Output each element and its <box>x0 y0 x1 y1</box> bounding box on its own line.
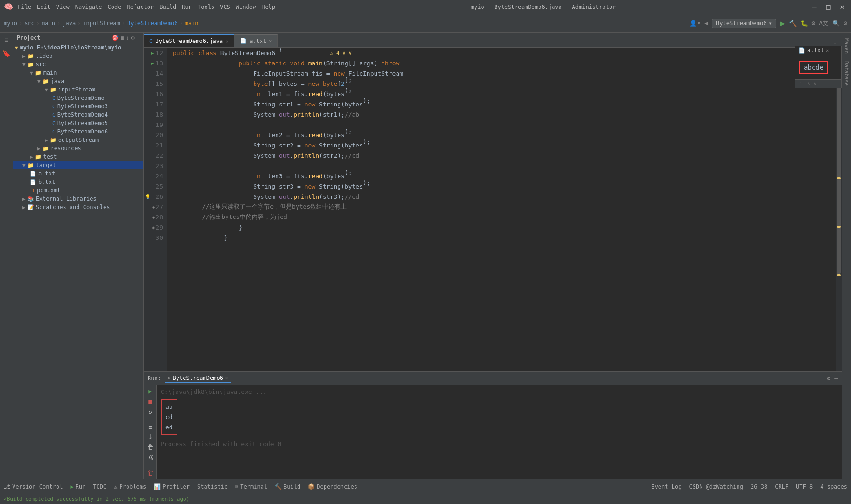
tree-item-target[interactable]: ▼ 📁 target <box>13 161 143 169</box>
breadcrumb-inputstream[interactable]: inputStream <box>83 20 120 27</box>
run-clear-button[interactable]: 🗑 <box>146 443 155 451</box>
minimize-button[interactable]: — <box>809 2 820 11</box>
run-settings-icon[interactable]: ⚙ <box>827 375 830 382</box>
tree-item-bytestreamdemo4[interactable]: C ByteStreamDemo4 <box>13 111 143 119</box>
status-encoding[interactable]: UTF-8 <box>796 483 813 490</box>
status-run[interactable]: ▶ Run <box>70 483 85 490</box>
run-delete-button[interactable]: 🗑 <box>146 469 155 477</box>
menu-window[interactable]: Window <box>234 4 258 10</box>
run-rerun-button[interactable]: ↻ <box>146 407 155 416</box>
tab-atxt[interactable]: 📄 a.txt ✕ <box>234 34 278 47</box>
code-content[interactable]: public class ByteStreamDemo6 { ⚠ 4 ∧ ∨ p… <box>167 48 836 371</box>
tree-item-main[interactable]: ▼ 📁 main <box>13 69 143 77</box>
run-play-button[interactable]: ▶ <box>146 387 155 395</box>
vertical-scrollbar[interactable] <box>836 48 842 371</box>
run-stop-button[interactable]: ■ <box>146 397 155 406</box>
close-button[interactable]: ✕ <box>837 2 847 11</box>
structure-button[interactable]: ≡ <box>1 35 12 45</box>
bookmarks-button[interactable]: 🔖 <box>1 49 12 59</box>
sidebar-minimize-icon[interactable]: — <box>136 35 140 41</box>
status-line-col[interactable]: 26:38 <box>751 483 767 490</box>
database-tab[interactable]: Database <box>843 57 851 90</box>
tree-item-myio[interactable]: ▼ myio E:\ideaFile\ioStream\myio <box>13 43 143 52</box>
breadcrumb-method[interactable]: main <box>185 20 199 27</box>
tree-item-src[interactable]: ▼ 📁 src <box>13 60 143 69</box>
build-icon[interactable]: 🔨 <box>789 20 797 27</box>
breadcrumb-myio[interactable]: myio <box>4 20 17 27</box>
translate-icon[interactable]: A文 <box>819 19 829 28</box>
maven-tab[interactable]: Maven <box>843 35 851 57</box>
profile-icon[interactable]: 👤▾ <box>689 20 701 27</box>
run-line-icon[interactable]: ▶ <box>151 61 154 66</box>
sidebar-collapse-icon[interactable]: ≣ <box>121 35 124 41</box>
status-problems[interactable]: ⚠ Problems <box>114 483 146 490</box>
menu-run[interactable]: Run <box>180 4 194 10</box>
settings-icon[interactable]: ⚙ <box>844 20 847 27</box>
menu-build[interactable]: Build <box>157 4 178 10</box>
menu-edit[interactable]: Edit <box>35 4 52 10</box>
tree-item-bytestreamdemo3[interactable]: C ByteStreamDemo3 <box>13 102 143 111</box>
more-options-icon[interactable]: ⚙ <box>812 20 816 27</box>
tab-close-icon[interactable]: ✕ <box>226 39 228 44</box>
search-icon[interactable]: 🔍 <box>832 20 840 27</box>
breadcrumb-src[interactable]: src <box>24 20 35 27</box>
status-todo[interactable]: TODO <box>93 483 106 490</box>
run-config-selector[interactable]: ByteStreamDemo6 ▾ <box>712 19 776 28</box>
atxt-close-icon[interactable]: ✕ <box>826 48 829 53</box>
tree-item-btxt[interactable]: 📄 b.txt <box>13 178 143 186</box>
tree-item-idea[interactable]: ▶ 📁 .idea <box>13 52 143 60</box>
atxt-down-icon[interactable]: ∨ <box>814 81 817 87</box>
run-tab-close[interactable]: ✕ <box>225 375 228 380</box>
status-profiler[interactable]: 📊 Profiler <box>154 483 190 490</box>
run-minimize-icon[interactable]: — <box>834 375 838 382</box>
status-terminal[interactable]: ⌨ Terminal <box>235 483 267 490</box>
tree-item-resources[interactable]: ▶ 📁 resources <box>13 144 143 153</box>
breadcrumb-java[interactable]: java <box>62 20 76 27</box>
status-version-control[interactable]: ⎇ Version Control <box>4 483 63 490</box>
run-wrap-button[interactable]: ≡ <box>146 423 155 431</box>
tree-item-pomxml[interactable]: 🗒 pom.xml <box>13 186 143 195</box>
menu-navigate[interactable]: Navigate <box>73 4 104 10</box>
tree-item-java[interactable]: ▼ 📁 java <box>13 77 143 85</box>
sidebar-sort-icon[interactable]: ↕ <box>126 35 129 41</box>
statistic-label: Statistic <box>197 483 227 490</box>
tree-item-scratches[interactable]: ▶ 📝 Scratches and Consoles <box>13 203 143 211</box>
run-print-button[interactable]: 🖨 <box>146 453 155 462</box>
tree-item-atxt[interactable]: 📄 a.txt <box>13 169 143 178</box>
tree-item-test[interactable]: ▶ 📁 test <box>13 153 143 161</box>
menu-view[interactable]: View <box>54 4 71 10</box>
tab-close-atxt-icon[interactable]: ✕ <box>269 38 272 43</box>
status-user[interactable]: CSDN @dzWatching <box>689 483 743 490</box>
status-event-log[interactable]: Event Log <box>651 483 681 490</box>
tree-item-inputstream[interactable]: ▼ 📁 inputStream <box>13 85 143 94</box>
tab-bytestreamdemo6[interactable]: C ByteStreamDemo6.java ✕ <box>144 34 234 47</box>
status-indent[interactable]: 4 spaces <box>820 483 847 490</box>
run-tab-bytestreamdemo6[interactable]: ▶ ByteStreamDemo6 ✕ <box>165 374 231 383</box>
debug-icon[interactable]: 🐛 <box>801 20 808 27</box>
run-scroll-button[interactable]: ⤓ <box>146 433 155 441</box>
run-button[interactable]: ▶ <box>780 18 785 28</box>
menu-refactor[interactable]: Refactor <box>125 4 156 10</box>
maximize-button[interactable]: □ <box>823 2 834 11</box>
tree-item-outputstream[interactable]: ▶ 📁 outputStream <box>13 136 143 144</box>
breadcrumb-class[interactable]: ByteStreamDemo6 <box>127 20 177 27</box>
breadcrumb-main[interactable]: main <box>42 20 55 27</box>
sidebar-settings-icon[interactable]: ⚙ <box>131 35 135 41</box>
menu-help[interactable]: Help <box>260 4 277 10</box>
menu-vcs[interactable]: VCS <box>218 4 232 10</box>
status-statistic[interactable]: Statistic <box>197 483 227 490</box>
menu-tools[interactable]: Tools <box>196 4 216 10</box>
run-line-icon[interactable]: ▶ <box>151 50 154 56</box>
menu-code[interactable]: Code <box>106 4 123 10</box>
tree-item-bytestreamdemo[interactable]: C ByteStreamDemo <box>13 94 143 102</box>
sidebar-locate-icon[interactable]: 🎯 <box>112 35 119 41</box>
tree-item-external-libraries[interactable]: ▶ 📚 External Libraries <box>13 195 143 203</box>
tree-item-bytestreamdemo6[interactable]: C ByteStreamDemo6 <box>13 127 143 136</box>
atxt-up-icon[interactable]: ∧ <box>807 81 810 87</box>
status-linesep[interactable]: CRLF <box>775 483 788 490</box>
navigate-back-icon[interactable]: ◀ <box>704 20 708 27</box>
status-dependencies[interactable]: 📦 Dependencies <box>308 483 357 490</box>
status-build[interactable]: 🔨 Build <box>275 483 300 490</box>
menu-file[interactable]: File <box>16 4 33 10</box>
tree-item-bytestreamdemo5[interactable]: C ByteStreamDemo5 <box>13 119 143 127</box>
